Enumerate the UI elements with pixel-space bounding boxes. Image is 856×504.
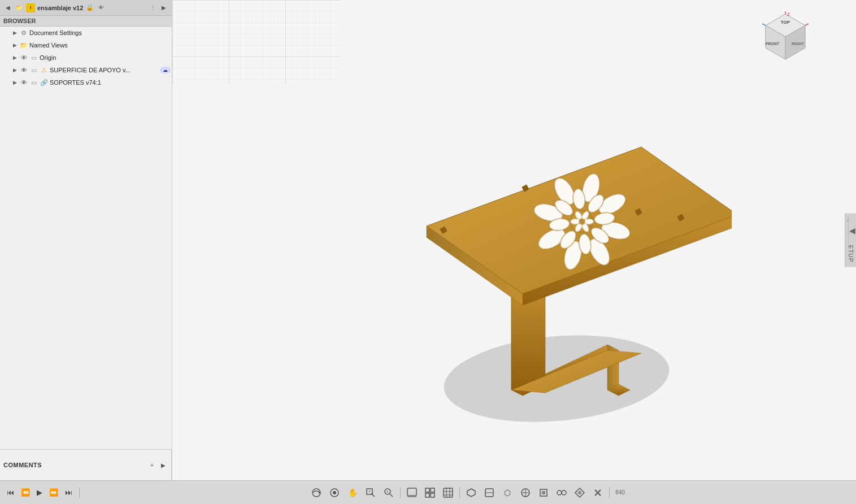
svg-text:FRONT: FRONT [766,42,780,46]
grid-icon[interactable] [422,485,438,501]
rewind-btn[interactable]: ⏮ [5,487,16,498]
box-icon-soportes: ▭ [29,78,38,87]
svg-point-75 [333,491,336,494]
link-icon-soportes: 🔗 [40,78,49,87]
nav-cube[interactable]: TOP FRONT RIGHT Z [760,11,811,62]
browser-folder-icon: 📁 [15,3,24,12]
tool-5[interactable] [536,485,551,501]
svg-text:RIGHT: RIGHT [792,42,805,46]
browser-document-name: ensamblaje v12 [37,5,83,11]
next-btn[interactable]: ⏩ [47,487,60,498]
svg-rect-85 [425,488,429,492]
eye-icon-superficie[interactable]: 👁 [19,66,28,75]
tool-4[interactable] [518,485,533,501]
grid-canvas: 300 250 200 150 100 50 250 200 150 100 5… [172,0,342,85]
tool-7[interactable] [572,485,588,501]
svg-rect-89 [444,488,453,497]
svg-rect-87 [425,493,429,497]
comments-expand-icon[interactable]: ▶ [159,460,168,470]
toolbar-sep-3 [459,487,460,498]
svg-text:TOP: TOP [781,20,790,25]
tool-8[interactable] [590,485,606,501]
tree-item-document-settings[interactable]: ⚙ Document Settings [0,27,172,39]
svg-marker-94 [467,489,475,497]
warn-icon-superficie: ⚠ [40,66,49,75]
box-icon-superficie: ▭ [29,66,38,75]
tool-6[interactable] [554,485,570,501]
browser-lock-icon: 🔒 [85,3,94,12]
tool-1[interactable] [463,485,479,501]
tree-item-soportes[interactable]: 👁 ▭ 🔗 SOPORTES v74:1 [0,76,172,89]
svg-text:+: + [368,489,371,493]
svg-point-102 [557,490,562,495]
tree-arrow[interactable] [11,29,18,36]
tree-arrow[interactable] [11,54,18,61]
tool-2[interactable] [481,485,497,501]
tree-label-superficie: SUPERFICIE DE APOYO v... [50,67,159,73]
display-settings-icon[interactable] [440,485,456,501]
playback-controls: ⏮ ⏪ ▶ ⏩ ⏭ [5,487,75,498]
end-btn[interactable]: ⏭ [63,487,75,498]
tree-arrow[interactable] [11,67,18,73]
svg-line-81 [390,494,393,497]
svg-rect-88 [431,493,434,497]
tree-label-soportes: SOPORTES v74:1 [50,79,170,86]
browser-panel: ◀ 📁 ! ensamblaje v12 🔒 👁 ⋮ ▶ BROWSER ⚙ D… [0,0,172,480]
svg-rect-83 [407,488,416,496]
tree-item-origin[interactable]: 👁 ▭ Origin [0,51,172,64]
svg-line-72 [762,24,766,25]
browser-header: ◀ 📁 ! ensamblaje v12 🔒 👁 ⋮ ▶ [0,0,172,16]
svg-point-103 [562,490,566,495]
viewport[interactable]: 300 250 200 150 100 50 250 200 150 100 5… [172,0,856,480]
svg-point-105 [578,491,581,494]
bottom-toolbar: ⏮ ⏪ ▶ ⏩ ⏭ ✋ + + [0,480,856,504]
browser-label: BROWSER [3,18,36,24]
tree-item-superficie[interactable]: 👁 ▭ ⚠ SUPERFICIE DE APOYO v... ☁ [0,64,172,76]
pan-icon[interactable]: ✋ [345,485,360,501]
orbit-icon[interactable] [308,485,324,501]
svg-line-71 [805,24,809,25]
play-btn[interactable]: ▶ [34,487,45,498]
3d-model [336,102,732,431]
svg-rect-1 [172,0,342,85]
toolbar-sep-1 [79,487,80,498]
bottom-icons: ✋ + + ⬡ [84,485,851,501]
zoom-window-icon[interactable]: + [363,485,379,501]
tree-item-named-views[interactable]: 📁 Named Views [0,39,172,51]
zoom-btn[interactable]: + [381,485,397,501]
svg-rect-101 [542,491,545,494]
tree-arrow[interactable] [11,42,18,49]
svg-rect-86 [431,488,434,492]
box-icon: ▭ [29,53,38,62]
toolbar-sep-2 [400,487,401,498]
browser-warn-icon: ! [26,3,35,12]
display-mode-icon[interactable] [404,485,420,501]
browser-expand-icon[interactable]: ▶ [159,3,168,12]
svg-rect-84 [407,495,416,497]
browser-eye-icon[interactable]: 👁 [97,3,106,12]
look-icon[interactable] [327,485,342,501]
svg-text:+: + [386,489,389,494]
cloud-icon-superficie: ☁ [160,66,170,75]
tool-3[interactable]: ⬡ [499,485,515,501]
comments-add-icon[interactable]: + [147,460,157,470]
folder-icon: 📁 [19,41,28,50]
tree-label-named-views: Named Views [29,42,170,49]
panel-collapse-btn[interactable]: ◀ [848,216,856,245]
prev-btn[interactable]: ⏪ [19,487,32,498]
comments-label: COMMENTS [3,462,42,468]
zoom-level: 840 [613,489,627,496]
svg-text:Z: Z [787,12,790,17]
comments-panel: COMMENTS + ▶ [0,449,172,480]
svg-line-78 [371,493,375,497]
gear-icon: ⚙ [19,28,28,37]
tree-label-origin: Origin [40,54,170,61]
table-model-svg [336,102,732,429]
browser-tree: ⚙ Document Settings 📁 Named Views 👁 ▭ Or… [0,27,172,449]
eye-icon-soportes[interactable]: 👁 [19,78,28,87]
browser-collapse-icon[interactable]: ◀ [3,3,12,12]
tree-arrow[interactable] [11,79,18,86]
toolbar-sep-4 [609,487,610,498]
eye-icon[interactable]: 👁 [19,53,28,62]
browser-menu-icon[interactable]: ⋮ [149,3,158,12]
